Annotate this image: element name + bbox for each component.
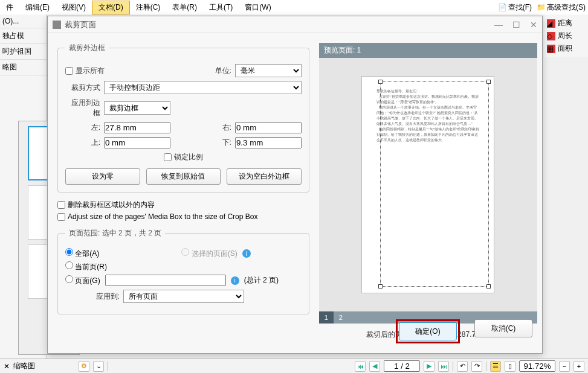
status-bar: ✕ 缩略图 ⚙ ⌄ ⏮ ◀ ▶ ⏭ ↶ ↷ ☰ ▯ − +	[0, 359, 588, 373]
thumbnail-tab-label[interactable]: 缩略图	[13, 361, 35, 371]
info-icon-2: i	[231, 276, 239, 285]
next-page-button[interactable]: ▶	[424, 361, 435, 372]
cancel-button[interactable]: 取消(C)	[474, 319, 532, 337]
menu-form[interactable]: 表单(R)	[166, 1, 203, 14]
left-margin-label: 左:	[65, 123, 100, 133]
right-margin-input[interactable]	[235, 122, 302, 133]
maximize-button[interactable]: ☐	[512, 20, 520, 30]
gear-icon[interactable]: ⚙	[79, 361, 89, 372]
page-indicator[interactable]	[384, 360, 420, 372]
pages-input[interactable]	[105, 275, 226, 286]
menu-edit[interactable]: 编辑(E)	[19, 1, 56, 14]
radio-selected[interactable]: 选择的页面(S)	[181, 248, 237, 259]
top-margin-input[interactable]	[104, 137, 170, 148]
info-icon: i	[242, 249, 251, 258]
first-page-button[interactable]: ⏮	[355, 361, 366, 372]
find-button[interactable]: 📄 查找(F)	[498, 2, 532, 13]
restore-button[interactable]: 恢复到原始值	[146, 168, 221, 185]
page-range-legend: 页面范围: 选中 2 页，共 2 页	[65, 228, 165, 238]
zoom-in-button[interactable]: +	[573, 361, 584, 372]
status-close-icon[interactable]: ✕	[4, 362, 10, 371]
preview-tab-1[interactable]: 1	[319, 311, 334, 324]
minimize-button[interactable]: —	[494, 20, 503, 30]
apply-border-label: 应用到边框	[65, 98, 100, 118]
apply-to-select[interactable]: 所有页面	[123, 290, 244, 303]
preview-pane: 尊敬的各位领导、朋友们: 大家好! 很荣幸能参加这次演讲。我感到无比荣幸和自豪。…	[319, 58, 537, 311]
prev-page-button[interactable]: ◀	[369, 361, 380, 372]
apply-border-select[interactable]: 裁剪边框	[104, 101, 170, 115]
top-margin-label: 上:	[65, 138, 100, 148]
crop-handle-tl[interactable]	[378, 80, 383, 84]
right-margin-label: 右:	[222, 123, 231, 133]
unit-select[interactable]: 毫米	[235, 64, 302, 77]
unit-label: 单位:	[215, 66, 231, 76]
bottom-margin-input[interactable]	[235, 137, 302, 148]
close-button[interactable]: ✕	[530, 20, 537, 30]
menu-bar: 件 编辑(E) 视图(V) 文档(D) 注释(C) 表单(R) 工具(T) 窗口…	[0, 0, 588, 14]
crop-rectangle[interactable]	[380, 81, 489, 287]
radio-pages[interactable]: 页面(G)	[65, 275, 100, 286]
left-label-2: 独占模	[0, 28, 47, 44]
dialog-icon	[53, 21, 61, 29]
preview-tab-2[interactable]: 2	[334, 311, 348, 324]
total-pages-label: (总计 2 页)	[244, 275, 279, 285]
show-all-checkbox[interactable]: 显示所有	[65, 66, 105, 76]
left-label-4: 略图	[0, 60, 47, 75]
ok-highlight-box: 确定(O)	[396, 319, 460, 343]
zoom-out-button[interactable]: −	[559, 361, 570, 372]
set-blank-button[interactable]: 设为空白外边框	[227, 168, 302, 185]
crop-group-legend: 裁剪外边框	[65, 43, 109, 53]
crop-handle-br[interactable]	[486, 284, 491, 289]
menu-file[interactable]: 件	[0, 1, 19, 14]
lock-ratio-checkbox[interactable]: 锁定比例	[164, 152, 203, 162]
undo-icon[interactable]: ↶	[457, 361, 468, 372]
crop-mode-select[interactable]: 手动控制页边距	[104, 81, 302, 94]
right-tool-panel: ◢距离 ◇周长 ▦面积	[544, 14, 588, 57]
left-label-1: (O)...	[0, 14, 47, 28]
last-page-button[interactable]: ⏭	[438, 361, 449, 372]
left-margin-input[interactable]	[104, 122, 170, 133]
menu-view[interactable]: 视图(V)	[56, 1, 92, 14]
menu-document[interactable]: 文档(D)	[92, 1, 130, 14]
fit-icon[interactable]: ☰	[490, 361, 501, 372]
redo-icon[interactable]: ↷	[471, 361, 482, 372]
tool-perimeter[interactable]: ◇周长	[547, 30, 586, 42]
advanced-find-button[interactable]: 📁 高级查找(S)	[537, 2, 586, 13]
set-zero-button[interactable]: 设为零	[65, 168, 140, 185]
crop-margins-group: 裁剪外边框 显示所有 单位: 毫米 裁剪方式 手动控制页边距 应用到边框 裁剪边…	[57, 43, 309, 193]
dialog-title: 裁剪页面	[65, 19, 96, 30]
crop-mode-label: 裁剪方式	[65, 83, 100, 93]
radio-current[interactable]: 当前页(R)	[65, 261, 107, 272]
crop-handle-tr[interactable]	[486, 80, 491, 84]
bottom-margin-label: 下:	[222, 138, 231, 148]
preview-header: 预览页面: 1	[319, 43, 537, 58]
left-label-3: 呵护祖国	[0, 44, 47, 60]
tool-area[interactable]: ▦面积	[547, 42, 586, 55]
adjust-media-checkbox[interactable]: Adjust size of the pages' Media Box to t…	[57, 212, 309, 221]
radio-all[interactable]: 全部(A)	[65, 248, 99, 259]
delete-outside-checkbox[interactable]: 删除裁剪框区域以外的内容	[57, 200, 309, 210]
menu-comment[interactable]: 注释(C)	[130, 1, 167, 14]
layout-icon[interactable]: ▯	[505, 361, 515, 372]
apply-to-label: 应用到:	[65, 292, 120, 302]
tool-distance[interactable]: ◢距离	[547, 17, 586, 30]
dropdown-icon[interactable]: ⌄	[93, 361, 104, 372]
menu-tools[interactable]: 工具(T)	[203, 1, 239, 14]
preview-page[interactable]: 尊敬的各位领导、朋友们: 大家好! 很荣幸能参加这次演讲。我感到无比荣幸和自豪。…	[361, 76, 494, 293]
zoom-indicator[interactable]	[519, 360, 555, 372]
ok-button[interactable]: 确定(O)	[399, 322, 457, 340]
menu-window[interactable]: 窗口(W)	[239, 1, 277, 14]
dialog-titlebar: 裁剪页面 — ☐ ✕	[48, 16, 542, 33]
crop-dialog: 裁剪页面 — ☐ ✕ 裁剪外边框 显示所有 单位: 毫米 裁剪方式 手动控制页边…	[47, 16, 543, 354]
crop-handle-bl[interactable]	[378, 284, 383, 289]
page-range-group: 页面范围: 选中 2 页，共 2 页 全部(A) 选择的页面(S) i 当前页(…	[57, 228, 309, 314]
